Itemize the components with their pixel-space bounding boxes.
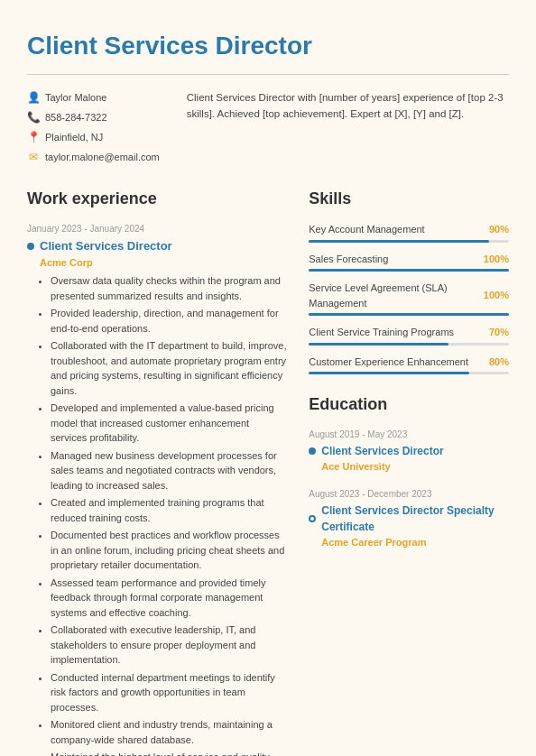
edu-date-0: August 2019 - May 2023 (309, 428, 509, 441)
summary-text: Client Services Director with [number of… (187, 89, 509, 165)
list-item: Developed and implemented a value-based … (51, 401, 287, 446)
contact-section: 👤 Taylor Malone 📞 858-284-7322 📍 Plainfi… (27, 89, 509, 165)
edu-entry-1: August 2023 - December 2023 Client Servi… (309, 487, 509, 550)
page-title: Client Services Director (27, 27, 509, 65)
skill-bar-fill-1 (309, 269, 509, 272)
email-icon: ✉ (27, 149, 40, 165)
location-icon: 📍 (27, 129, 40, 145)
contact-info: 👤 Taylor Malone 📞 858-284-7322 📍 Plainfi… (27, 89, 160, 165)
contact-email: ✉ taylor.malone@email.com (27, 149, 160, 165)
edu-school-0: Ace University (321, 459, 509, 475)
edu-bullet-0 (309, 447, 316, 455)
skill-bar-bg-4 (309, 372, 509, 374)
skill-row-2: Service Level Agreement (SLA) Management… (309, 281, 509, 310)
skill-item-4: Customer Experience Enhancement 80% (309, 355, 509, 375)
job-bullet-1 (27, 243, 34, 250)
person-icon: 👤 (27, 89, 40, 106)
contact-name: 👤 Taylor Malone (27, 89, 160, 106)
list-item: Managed new business development process… (51, 448, 287, 493)
skill-pct-0: 90% (476, 222, 509, 237)
skill-name-3: Client Service Training Programs (309, 325, 469, 340)
list-item: Conducted internal department meetings t… (51, 670, 287, 715)
job-bullets-1: Oversaw data quality checks within the p… (40, 273, 287, 756)
edu-date-1: August 2023 - December 2023 (309, 487, 509, 501)
list-item: Provided leadership, direction, and mana… (51, 306, 287, 336)
skill-bar-bg-1 (309, 269, 509, 272)
skill-name-4: Customer Experience Enhancement (309, 355, 469, 370)
skills-title: Skills (309, 187, 509, 211)
company-name-1: Acme Corp (40, 255, 287, 271)
skill-item-3: Client Service Training Programs 70% (309, 325, 509, 346)
job-entry-1: January 2023 - January 2024 Client Servi… (27, 222, 287, 756)
work-experience-title: Work experience (27, 187, 287, 211)
job-title-1: Client Services Director (27, 237, 287, 255)
left-column: Work experience January 2023 - January 2… (27, 187, 287, 756)
list-item: Collaborated with the IT department to b… (51, 338, 287, 398)
phone-icon: 📞 (27, 109, 40, 125)
edu-school-1: Acme Career Program (321, 535, 509, 550)
edu-bullet-1 (309, 515, 316, 522)
contact-phone: 📞 858-284-7322 (27, 109, 160, 125)
skill-bar-fill-4 (309, 372, 468, 374)
job-date-1: January 2023 - January 2024 (27, 222, 287, 235)
edu-title-1: Client Services Director Specialty Certi… (309, 502, 509, 535)
education-title: Education (309, 392, 509, 417)
title-divider (27, 74, 509, 75)
contact-location: 📍 Plainfield, NJ (27, 129, 160, 145)
skill-item-1: Sales Forecasting 100% (309, 252, 509, 272)
education-section: Education August 2019 - May 2023 Client … (309, 392, 509, 549)
skill-name-2: Service Level Agreement (SLA) Management (309, 281, 469, 310)
skill-pct-4: 80% (476, 355, 509, 370)
skill-bar-bg-3 (309, 343, 509, 346)
skill-item-2: Service Level Agreement (SLA) Management… (309, 281, 509, 316)
skill-row-4: Customer Experience Enhancement 80% (309, 355, 509, 370)
skill-name-0: Key Account Management (309, 222, 469, 237)
list-item: Assessed team performance and provided t… (51, 576, 287, 621)
skill-pct-1: 100% (476, 252, 509, 267)
list-item: Collaborated with executive leadership, … (51, 622, 287, 668)
skill-row-3: Client Service Training Programs 70% (309, 325, 509, 340)
edu-entry-0: August 2019 - May 2023 Client Services D… (309, 428, 509, 475)
skill-pct-2: 100% (476, 288, 509, 303)
skill-item-0: Key Account Management 90% (309, 222, 509, 243)
skill-name-1: Sales Forecasting (309, 252, 469, 267)
edu-title-0: Client Services Director (309, 443, 509, 459)
skill-bar-fill-0 (309, 240, 489, 243)
skill-bar-fill-2 (309, 313, 509, 316)
list-item: Documented best practices and workflow p… (51, 528, 287, 573)
list-item: Monitored client and industry trends, ma… (51, 717, 287, 747)
skill-row-0: Key Account Management 90% (309, 222, 509, 237)
main-layout: Work experience January 2023 - January 2… (27, 187, 509, 756)
skill-row-1: Sales Forecasting 100% (309, 252, 509, 267)
right-column: Skills Key Account Management 90% Sales … (309, 187, 509, 756)
list-item: Created and implemented training program… (51, 495, 287, 525)
skill-bar-bg-2 (309, 313, 509, 316)
skill-bar-bg-0 (309, 240, 509, 243)
skill-pct-3: 70% (476, 325, 509, 340)
list-item: Maintained the highest level of service … (51, 750, 287, 756)
list-item: Oversaw data quality checks within the p… (51, 273, 287, 303)
skill-bar-fill-3 (309, 343, 448, 346)
